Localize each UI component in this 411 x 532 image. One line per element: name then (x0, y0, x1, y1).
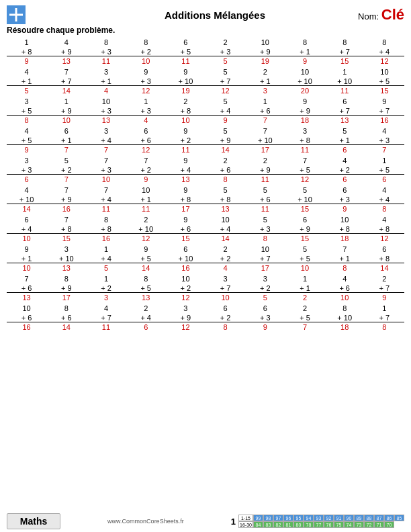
answer: 17 (62, 293, 71, 302)
num1: 5 (224, 97, 228, 106)
problem-item: 1 + 7 8 (365, 303, 404, 332)
num2: + 9 (166, 313, 205, 322)
problem-item: 6 + 2 8 (205, 303, 245, 332)
answer: 12 (181, 293, 189, 302)
answer: 4 (104, 86, 108, 95)
answer: 10 (22, 263, 30, 273)
problem-item: 8 + 7 15 (325, 37, 365, 66)
answer: 19 (181, 86, 189, 95)
num1: 10 (102, 97, 110, 106)
num1: 9 (183, 156, 187, 165)
problem-item: 3 + 9 12 (166, 303, 205, 332)
problem-item: 1 + 5 6 (365, 155, 404, 185)
problem-item: 9 + 3 12 (126, 66, 166, 96)
num1: 10 (261, 245, 269, 254)
answer: 7 (104, 145, 108, 154)
answer: 15 (62, 234, 71, 243)
answer: 14 (22, 204, 30, 214)
answer: 10 (22, 234, 30, 243)
problem-item: 6 + 1 7 (46, 126, 86, 155)
answer: 16 (380, 116, 388, 125)
answer: 5 (224, 56, 228, 66)
num1: 6 (144, 126, 148, 136)
num1: 9 (183, 215, 187, 224)
problem-item: 2 + 2 4 (205, 244, 245, 273)
problem-item: 6 + 9 15 (285, 214, 324, 244)
num1: 9 (303, 97, 307, 106)
num1: 7 (144, 156, 148, 165)
num2: + 1 (285, 47, 324, 56)
num2: + 4 (166, 165, 205, 175)
answer: 15 (340, 56, 349, 66)
problem-item: 1 + 9 10 (46, 96, 86, 126)
num1: 1 (64, 97, 68, 106)
problem-item: 1 + 4 5 (86, 244, 126, 273)
num2: + 4 (86, 136, 126, 145)
answer: 6 (342, 145, 347, 154)
answer: 14 (380, 263, 388, 273)
problem-item: 4 + 10 14 (7, 185, 46, 214)
num1: 3 (183, 304, 187, 313)
problem-item: 8 + 5 13 (126, 273, 166, 303)
logo-icon (7, 5, 26, 24)
answer: 8 (342, 263, 347, 273)
problem-item: 6 + 4 10 (7, 214, 46, 244)
num2: + 2 (205, 313, 245, 322)
problem-item: 5 + 8 13 (205, 185, 245, 214)
problem-item: 2 + 3 5 (205, 37, 245, 66)
num2: + 6 (126, 136, 166, 145)
answer: 13 (340, 116, 349, 125)
problem-item: 3 + 5 8 (7, 96, 46, 126)
num2: + 9 (245, 165, 285, 175)
num1: 2 (144, 215, 148, 224)
num1: 5 (263, 185, 267, 195)
num2: + 5 (7, 106, 46, 116)
num1: 5 (224, 67, 228, 77)
num1: 6 (64, 126, 68, 136)
num2: + 6 (46, 313, 86, 322)
answer: 20 (301, 86, 309, 95)
footer: Maths www.CommonCoreSheets.fr 1 1-159998… (0, 513, 411, 529)
problem-item: 4 + 1 5 (7, 66, 46, 96)
num1: 10 (221, 215, 229, 224)
answer: 14 (142, 263, 150, 273)
num1: 4 (25, 126, 29, 136)
num2: + 9 (245, 47, 285, 56)
num2: + 10 (245, 136, 285, 145)
num1: 8 (303, 38, 307, 47)
answer: 5 (263, 293, 267, 302)
problem-item: 8 + 2 10 (126, 37, 166, 66)
num1: 5 (263, 215, 267, 224)
problem-item: 6 + 3 9 (245, 303, 285, 332)
problem-item: 5 + 1 6 (325, 126, 365, 155)
problem-item: 6 + 7 13 (325, 96, 365, 126)
problem-item: 7 + 3 10 (86, 155, 126, 185)
problem-item: 6 + 6 12 (126, 126, 166, 155)
num1: 7 (64, 215, 68, 224)
problem-item: 2 + 1 3 (245, 66, 285, 96)
num2: + 8 (7, 47, 46, 56)
num1: 1 (104, 274, 108, 283)
problem-item: 10 + 6 16 (7, 303, 46, 332)
problem-item: 10 + 2 12 (166, 273, 205, 303)
num1: 6 (382, 245, 386, 254)
num1: 2 (382, 274, 386, 283)
answer: 11 (142, 204, 150, 214)
answer: 6 (144, 322, 148, 332)
num1: 9 (183, 67, 187, 77)
num1: 6 (183, 38, 187, 47)
num1: 6 (25, 215, 29, 224)
problem-item: 1 + 2 3 (86, 273, 126, 303)
answer: 15 (301, 204, 309, 214)
num1: 10 (181, 274, 189, 283)
answer: 10 (62, 116, 71, 125)
problem-item: 5 + 2 7 (46, 155, 86, 185)
num1: 4 (342, 274, 347, 283)
maths-label: Maths (7, 513, 60, 529)
num1: 9 (144, 245, 148, 254)
answer: 12 (380, 56, 388, 66)
answer: 13 (62, 56, 71, 66)
answer: 7 (382, 145, 386, 154)
problem-item: 2 + 10 12 (126, 214, 166, 244)
num2: + 1 (325, 136, 365, 145)
